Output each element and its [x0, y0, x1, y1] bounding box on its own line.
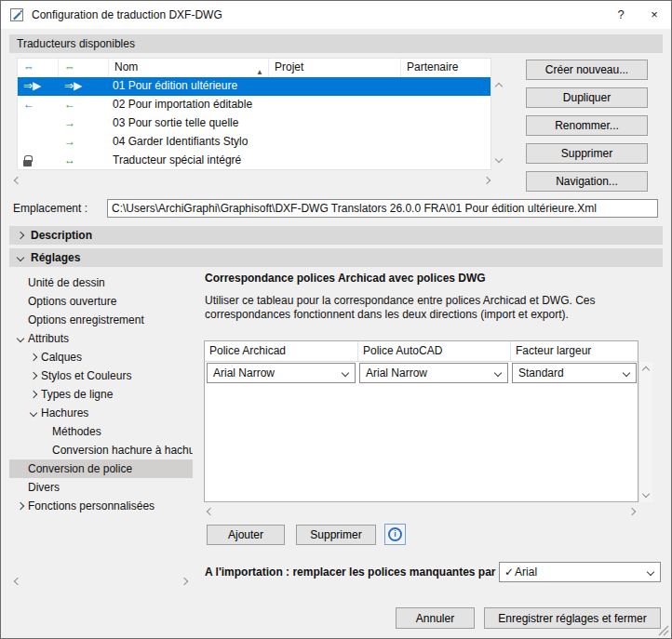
chevron-right-icon[interactable]	[30, 372, 37, 379]
column-header-project[interactable]: Projet	[269, 59, 401, 77]
description-section-header[interactable]: Description	[9, 226, 663, 245]
chevron-right-icon[interactable]	[17, 502, 24, 510]
save-direction-icon: →	[59, 133, 109, 152]
translator-name: 04 Garder Identifiants Stylo	[109, 133, 491, 152]
translator-row-selected[interactable]: ⇒▶ ⇒▶ 01 Pour édition ultérieure	[18, 77, 491, 96]
tree-item-pens-colors[interactable]: Stylos et Couleurs	[9, 366, 193, 385]
info-icon: i	[388, 527, 402, 541]
font-table-scrollbar[interactable]	[638, 362, 652, 502]
chevron-down-icon	[494, 369, 502, 377]
column-header-autocad-font: Police AutoCAD	[358, 341, 511, 361]
chevron-right-icon[interactable]	[30, 391, 37, 398]
tree-item-label: Divers	[28, 481, 60, 494]
window-title: Configuration de traduction DXF-DWG	[32, 8, 222, 21]
duplicate-button[interactable]: Dupliquer	[526, 87, 648, 108]
width-factor-dropdown[interactable]: Standard	[512, 363, 637, 383]
delete-font-row-button[interactable]: Supprimer	[296, 525, 376, 545]
tree-item-label: Unité de dessin	[28, 276, 105, 289]
save-direction-icon: ⇒▶	[59, 77, 109, 96]
open-direction-icon: ←	[18, 96, 59, 114]
scroll-down-icon[interactable]	[495, 155, 503, 163]
width-factor-value: Standard	[518, 366, 564, 379]
chevron-down-icon	[623, 369, 630, 377]
save-and-close-button[interactable]: Enregistrer réglages et fermer	[484, 607, 661, 629]
tree-item-label: Types de ligne	[41, 388, 113, 401]
settings-section-header[interactable]: Réglages	[9, 248, 663, 267]
chevron-down-icon[interactable]	[17, 335, 24, 342]
chevron-right-icon[interactable]	[30, 353, 37, 361]
tree-item-save-options[interactable]: Options enregistrement	[9, 311, 193, 329]
translators-table: ⇔ ⇔ Nom ▲ Projet Partenaire ⇒▶ ⇒▶ 01 Pou…	[17, 58, 491, 170]
tree-item-fill-conversion[interactable]: Conversion hachure à hachure	[9, 441, 193, 459]
tree-scroll-left-icon[interactable]	[14, 578, 21, 585]
checkmark-icon: ✓	[504, 566, 514, 579]
save-direction-icon: ↔	[59, 152, 109, 172]
scroll-left-icon[interactable]	[14, 177, 21, 184]
navigate-button[interactable]: Navigation...	[526, 171, 648, 192]
font-table-scroll-left-icon[interactable]	[207, 508, 214, 515]
archicad-font-dropdown[interactable]: Arial Narrow	[207, 363, 356, 383]
rename-button[interactable]: Renommer...	[526, 115, 648, 136]
import-missing-fonts-label: A l'importation : remplacer les polices …	[205, 562, 496, 582]
save-direction-icon: →	[59, 114, 109, 133]
chevron-down-icon	[17, 254, 24, 261]
scroll-up-icon[interactable]	[495, 83, 503, 90]
font-table-scroll-right-icon[interactable]	[628, 508, 636, 515]
tree-item-open-options[interactable]: Options ouverture	[9, 292, 193, 311]
translator-row[interactable]: → 03 Pour sortie telle quelle	[18, 114, 491, 133]
location-path-field[interactable]	[107, 199, 658, 218]
tree-item-label: Hachures	[41, 406, 88, 419]
tree-item-label: Conversion hachure à hachure	[52, 444, 193, 457]
tree-item-label: Calques	[41, 351, 82, 364]
tree-item-drawing-unit[interactable]: Unité de dessin	[9, 273, 193, 292]
help-button[interactable]: ?	[604, 1, 638, 29]
tree-item-misc[interactable]: Divers	[9, 478, 193, 497]
translator-row-builtin[interactable]: ↔ Traducteur spécial intégré	[18, 152, 491, 170]
chevron-down-icon	[647, 568, 654, 576]
open-direction-icon	[18, 114, 59, 133]
chevron-down-icon	[342, 369, 349, 377]
translator-name: Traducteur spécial intégré	[109, 152, 491, 172]
autocad-font-value: Arial Narrow	[366, 366, 427, 379]
settings-tree: Unité de dessin Options ouverture Option…	[9, 272, 193, 577]
font-table-header: Police Archicad Police AutoCAD Facteur l…	[205, 341, 638, 362]
scroll-right-icon[interactable]	[483, 177, 491, 184]
location-label: Emplacement :	[13, 199, 87, 218]
font-mapping-description: Utiliser ce tableau pour la correspondan…	[205, 294, 657, 322]
font-mapping-table: Police Archicad Police AutoCAD Facteur l…	[204, 340, 638, 502]
missing-font-dropdown[interactable]: ✓Arial	[499, 562, 661, 582]
cancel-button[interactable]: Annuler	[396, 607, 475, 629]
column-header-name[interactable]: Nom ▲	[109, 59, 269, 77]
open-direction-column-icon[interactable]: ⇔	[18, 59, 59, 77]
tree-item-attributes[interactable]: Attributs	[9, 329, 193, 348]
info-button[interactable]: i	[384, 524, 406, 545]
delete-translator-button[interactable]: Supprimer	[526, 143, 648, 164]
scroll-down-icon[interactable]	[642, 490, 650, 498]
add-font-row-button[interactable]: Ajouter	[207, 525, 285, 545]
save-direction-column-icon[interactable]: ⇔	[59, 59, 109, 77]
tree-scroll-right-icon[interactable]	[181, 578, 188, 585]
resize-grip[interactable]	[656, 623, 669, 636]
translator-name: 03 Pour sortie telle quelle	[109, 114, 491, 133]
open-direction-icon: ⇒▶	[18, 77, 59, 96]
create-new-button[interactable]: Créer nouveau...	[526, 60, 648, 80]
autocad-font-dropdown[interactable]: Arial Narrow	[359, 363, 508, 383]
title-bar: Configuration de traduction DXF-DWG ? ×	[1, 1, 671, 29]
save-direction-icon: ←	[59, 96, 109, 114]
translator-row[interactable]: → 04 Garder Identifiants Stylo	[18, 133, 491, 152]
chevron-down-icon[interactable]	[30, 409, 37, 417]
translators-section-label: Traducteurs disponibles	[17, 37, 135, 50]
tree-item-fills[interactable]: Hachures	[9, 404, 193, 422]
scroll-up-icon[interactable]	[642, 366, 650, 374]
description-section-label: Description	[31, 229, 92, 242]
tree-item-label: Options ouverture	[28, 295, 116, 308]
tree-item-layers[interactable]: Calques	[9, 348, 193, 366]
dialog-icon	[9, 7, 24, 22]
tree-item-methods[interactable]: Méthodes	[9, 422, 193, 441]
column-header-partner[interactable]: Partenaire	[401, 59, 491, 77]
tree-item-custom-functions[interactable]: Fonctions personnalisées	[9, 497, 193, 515]
translator-row[interactable]: ← ← 02 Pour importation éditable	[18, 96, 491, 114]
tree-item-line-types[interactable]: Types de ligne	[9, 385, 193, 404]
tree-item-font-conversion-selected[interactable]: Conversion de police	[9, 459, 193, 478]
close-button[interactable]: ×	[638, 1, 671, 29]
